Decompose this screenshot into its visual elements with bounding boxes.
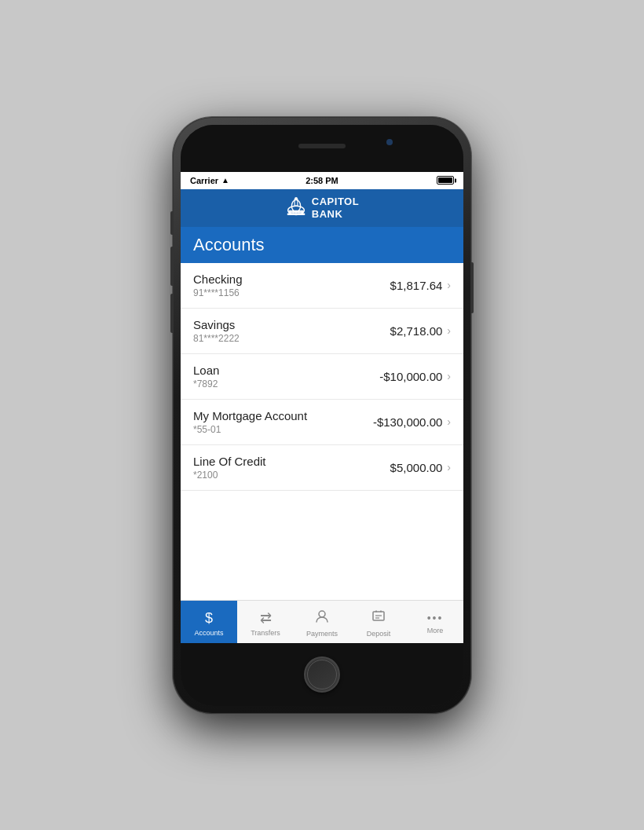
- tab-more[interactable]: ••• More: [407, 601, 463, 643]
- account-right-savings: $2,718.00 ›: [390, 324, 451, 338]
- accounts-tab-label: Accounts: [194, 629, 223, 637]
- account-right-mortgage: -$130,000.00 ›: [373, 415, 451, 429]
- account-balance-mortgage: -$130,000.00: [373, 415, 442, 429]
- account-item-mortgage[interactable]: My Mortgage Account *55-01 -$130,000.00 …: [181, 400, 463, 445]
- chevron-icon-checking: ›: [447, 279, 451, 291]
- account-balance-checking: $1,817.64: [390, 279, 443, 292]
- tab-deposit[interactable]: Deposit: [350, 601, 407, 643]
- bank-logo: CAPITOL BANK: [285, 196, 359, 221]
- account-info-mortgage: My Mortgage Account *55-01: [193, 409, 373, 435]
- screen: Carrier ▲ 2:58 PM: [181, 172, 463, 643]
- accounts-list: Checking 91****1156 $1,817.64 › Savings …: [181, 263, 463, 600]
- account-info-checking: Checking 91****1156: [193, 272, 390, 298]
- account-name-savings: Savings: [193, 318, 390, 331]
- accounts-title: Accounts: [193, 235, 265, 254]
- account-info-credit: Line Of Credit *2100: [193, 455, 390, 481]
- dome-icon: [285, 196, 307, 221]
- account-number-loan: *7892: [193, 378, 379, 389]
- chevron-icon-loan: ›: [447, 370, 451, 382]
- account-name-loan: Loan: [193, 364, 379, 377]
- tab-bar: $ Accounts ⇄ Transfers Payments: [181, 600, 463, 643]
- home-button[interactable]: [304, 656, 340, 693]
- power-button[interactable]: [471, 262, 474, 313]
- phone-body: Carrier ▲ 2:58 PM: [181, 125, 463, 706]
- accounts-header: Accounts: [181, 227, 463, 263]
- bottom-bezel: [181, 643, 463, 706]
- account-number-mortgage: *55-01: [193, 424, 373, 435]
- bank-header: CAPITOL BANK: [181, 189, 463, 227]
- svg-rect-2: [287, 213, 306, 214]
- account-right-checking: $1,817.64 ›: [390, 279, 451, 292]
- account-name-mortgage: My Mortgage Account: [193, 409, 373, 422]
- account-right-credit: $5,000.00 ›: [390, 461, 451, 474]
- home-button-inner: [307, 660, 337, 689]
- carrier-label: Carrier: [190, 176, 218, 185]
- account-name-credit: Line Of Credit: [193, 455, 390, 468]
- status-left: Carrier ▲: [190, 176, 229, 185]
- status-right: [437, 176, 454, 185]
- deposit-tab-label: Deposit: [367, 630, 391, 638]
- volume-up-button[interactable]: [170, 247, 173, 286]
- time-label: 2:58 PM: [306, 176, 338, 185]
- account-item-credit[interactable]: Line Of Credit *2100 $5,000.00 ›: [181, 445, 463, 491]
- account-right-loan: -$10,000.00 ›: [379, 370, 451, 383]
- chevron-icon-mortgage: ›: [447, 415, 451, 428]
- account-balance-savings: $2,718.00: [390, 324, 443, 338]
- tab-transfers[interactable]: ⇄ Transfers: [237, 601, 294, 643]
- status-bar: Carrier ▲ 2:58 PM: [181, 172, 463, 189]
- account-balance-credit: $5,000.00: [390, 461, 443, 474]
- payments-tab-icon: [315, 609, 329, 627]
- volume-mute-button[interactable]: [170, 211, 173, 235]
- tab-payments[interactable]: Payments: [294, 601, 350, 643]
- account-number-checking: 91****1156: [193, 287, 390, 298]
- wifi-icon: ▲: [221, 176, 229, 185]
- deposit-tab-icon: [371, 609, 386, 627]
- account-number-credit: *2100: [193, 470, 390, 481]
- transfers-tab-icon: ⇄: [260, 609, 272, 627]
- transfers-tab-label: Transfers: [251, 629, 280, 637]
- accounts-tab-icon: $: [205, 610, 213, 627]
- account-info-savings: Savings 81****2222: [193, 318, 390, 344]
- svg-point-5: [295, 196, 298, 199]
- tab-accounts[interactable]: $ Accounts: [181, 601, 237, 643]
- account-balance-loan: -$10,000.00: [379, 370, 442, 383]
- account-item-loan[interactable]: Loan *7892 -$10,000.00 ›: [181, 354, 463, 400]
- top-bezel: [181, 125, 463, 172]
- account-item-checking[interactable]: Checking 91****1156 $1,817.64 ›: [181, 263, 463, 309]
- speaker: [298, 144, 346, 148]
- more-tab-icon: •••: [427, 612, 444, 624]
- more-tab-label: More: [427, 627, 444, 634]
- battery-icon: [437, 176, 454, 185]
- account-number-savings: 81****2222: [193, 333, 390, 344]
- account-item-savings[interactable]: Savings 81****2222 $2,718.00 ›: [181, 309, 463, 354]
- volume-down-button[interactable]: [170, 294, 173, 333]
- chevron-icon-credit: ›: [447, 461, 451, 474]
- account-info-loan: Loan *7892: [193, 364, 379, 389]
- chevron-icon-savings: ›: [447, 324, 451, 337]
- bank-name: CAPITOL BANK: [312, 196, 359, 220]
- account-name-checking: Checking: [193, 272, 390, 286]
- svg-point-11: [319, 611, 325, 617]
- front-camera: [386, 139, 393, 145]
- payments-tab-label: Payments: [306, 630, 338, 638]
- phone-frame: Carrier ▲ 2:58 PM: [173, 117, 471, 714]
